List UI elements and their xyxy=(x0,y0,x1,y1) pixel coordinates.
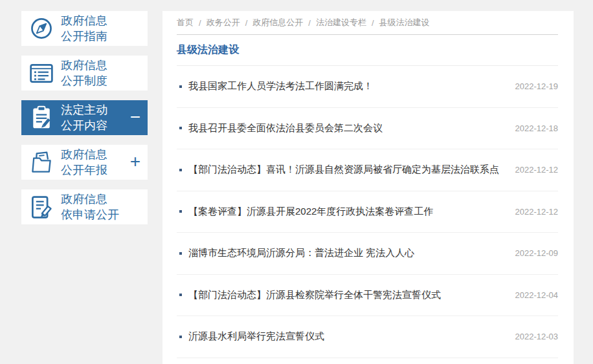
article-row: 【部门法治动态】沂源县检察院举行全体干警宪法宣誓仪式 2022-12-04 xyxy=(177,275,558,317)
breadcrumb-separator: / xyxy=(366,18,379,28)
breadcrumb-item-label[interactable]: 县级法治建设 xyxy=(379,17,430,28)
page: { "colors": { "accent_blue": "#2e6da4", … xyxy=(0,0,593,364)
compass-icon xyxy=(28,15,55,42)
breadcrumb-item-label[interactable]: 政务公开 xyxy=(207,17,240,28)
article-link[interactable]: 【部门法治动态】喜讯！沂源县自然资源局被省厅确定为基层法治联系点 xyxy=(188,164,508,176)
article-link[interactable]: 【案卷评查】沂源县开展2022年度行政执法案卷评查工作 xyxy=(188,206,508,218)
expand-toggle-icon[interactable]: − xyxy=(130,108,140,126)
bullet-icon xyxy=(179,252,182,255)
bullet-icon xyxy=(179,169,182,171)
sidebar-item-label: 政府信息 依申请公开 xyxy=(61,191,119,222)
sidebar-item[interactable]: 政府信息 公开指南 xyxy=(21,11,148,46)
sidebar-item-label: 政府信息 公开年报 xyxy=(61,147,107,178)
article-row: 淄博市生态环境局沂源分局：普法进企业 宪法入人心 2022-12-09 xyxy=(177,233,558,275)
bullet-icon xyxy=(179,210,182,213)
bullet-icon xyxy=(179,85,182,88)
article-link[interactable]: 沂源县水利局举行宪法宣誓仪式 xyxy=(188,330,508,343)
breadcrumb-separator: / xyxy=(303,18,316,28)
sidebar-item-label-line1: 政府信息 xyxy=(61,147,107,162)
article-link[interactable]: 【部门法治动态】沂源县检察院举行全体干警宪法宣誓仪式 xyxy=(188,289,508,301)
article-date: 2022-12-18 xyxy=(515,123,559,133)
sidebar-item-label-line1: 政府信息 xyxy=(61,191,119,207)
article-date: 2022-12-04 xyxy=(515,290,559,300)
sidebar-item[interactable]: 政府信息 公开年报 + xyxy=(21,145,148,180)
breadcrumb-item[interactable]: 政府信息公开 / xyxy=(252,17,316,28)
sidebar-item-label-line1: 政府信息 xyxy=(61,13,107,28)
article-list: 我县国家工作人员学法考法工作圆满完成！ 2022-12-19 我县召开县委全面依… xyxy=(177,66,558,358)
breadcrumb-item-label[interactable]: 法治建设专栏 xyxy=(316,17,366,28)
breadcrumb-separator: / xyxy=(194,18,207,28)
sidebar-item[interactable]: 政府信息 公开制度 xyxy=(21,56,148,91)
sidebar-item-label-line2: 公开制度 xyxy=(61,73,107,89)
article-link[interactable]: 我县召开县委全面依法治县委员会第二次会议 xyxy=(188,122,508,134)
breadcrumb-item[interactable]: 首页 / xyxy=(177,17,207,28)
breadcrumb-item[interactable]: 县级法治建设 / xyxy=(379,17,430,28)
sidebar-item-label-line1: 政府信息 xyxy=(61,58,107,73)
folder-icon xyxy=(28,149,55,176)
breadcrumb-item-label[interactable]: 政府信息公开 xyxy=(252,17,303,28)
article-date: 2022-12-19 xyxy=(515,81,559,91)
sidebar-item-label-line1: 法定主动 xyxy=(61,102,107,118)
sidebar-item[interactable]: 政府信息 依申请公开 xyxy=(21,189,148,224)
page-title: 县级法治建设 xyxy=(177,43,239,57)
breadcrumb-item[interactable]: 法治建设专栏 / xyxy=(316,17,379,28)
article-date: 2022-12-09 xyxy=(515,248,559,258)
sidebar-item[interactable]: 法定主动 公开内容 − xyxy=(21,100,148,135)
article-row: 【案卷评查】沂源县开展2022年度行政执法案卷评查工作 2022-12-12 xyxy=(177,191,558,233)
article-link[interactable]: 淄博市生态环境局沂源分局：普法进企业 宪法入人心 xyxy=(188,247,508,259)
bullet-icon xyxy=(179,127,182,129)
article-date: 2022-12-12 xyxy=(515,165,559,175)
breadcrumb-separator: / xyxy=(240,18,253,28)
article-date: 2022-12-12 xyxy=(515,207,559,217)
article-link[interactable]: 我县国家工作人员学法考法工作圆满完成！ xyxy=(188,80,508,92)
sidebar-item-label: 政府信息 公开制度 xyxy=(61,58,107,89)
sidebar-item-label: 政府信息 公开指南 xyxy=(61,13,107,44)
article-row: 我县召开县委全面依法治县委员会第二次会议 2022-12-18 xyxy=(177,108,558,150)
section-header: 县级法治建设 xyxy=(177,35,558,66)
sidebar-item-label-line2: 依申请公开 xyxy=(61,207,119,222)
expand-toggle-icon[interactable]: + xyxy=(130,153,140,171)
article-date: 2022-12-03 xyxy=(515,332,559,341)
main-panel: 首页 / 政务公开 / 政府信息公开 / 法治建设专栏 / 县级法治建设 / xyxy=(162,11,574,364)
bullet-icon xyxy=(179,294,182,296)
article-row: 【部门法治动态】喜讯！沂源县自然资源局被省厅确定为基层法治联系点 2022-12… xyxy=(177,149,558,191)
breadcrumb-item-label[interactable]: 首页 xyxy=(177,17,194,28)
sidebar-item-label-line2: 公开年报 xyxy=(61,162,107,178)
article-row: 我县国家工作人员学法考法工作圆满完成！ 2022-12-19 xyxy=(177,66,558,108)
bullet-icon xyxy=(179,336,182,338)
breadcrumb-item[interactable]: 政务公开 / xyxy=(207,17,253,28)
sidebar-item-label-line2: 公开内容 xyxy=(61,118,107,133)
article-row: 沂源县水利局举行宪法宣誓仪式 2022-12-03 xyxy=(177,316,558,358)
breadcrumb: 首页 / 政务公开 / 政府信息公开 / 法治建设专栏 / 县级法治建设 / xyxy=(177,11,558,35)
sidebar: 政府信息 公开指南 政府信息 公开制度 xyxy=(21,11,148,234)
document-list-icon xyxy=(28,59,55,87)
sidebar-item-label: 法定主动 公开内容 xyxy=(61,102,107,133)
clipboard-pen-icon xyxy=(28,104,55,131)
sidebar-item-label-line2: 公开指南 xyxy=(61,28,107,44)
document-pen-icon xyxy=(28,193,55,220)
